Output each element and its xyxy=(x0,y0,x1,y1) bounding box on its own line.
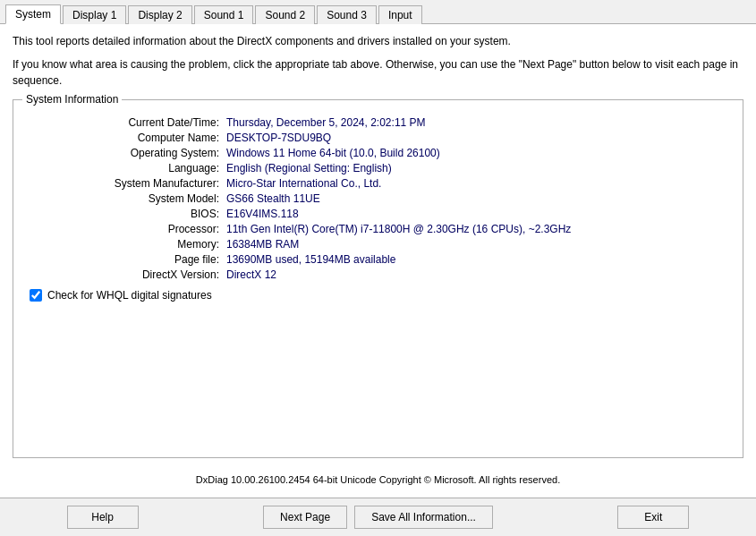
info-value: GS66 Stealth 11UE xyxy=(223,191,730,206)
table-row: Memory:16384MB RAM xyxy=(26,236,730,251)
group-legend: System Information xyxy=(22,93,122,106)
info-label: Processor: xyxy=(26,221,223,236)
table-row: Current Date/Time:Thursday, December 5, … xyxy=(26,115,730,130)
system-info-group: System Information Current Date/Time:Thu… xyxy=(13,99,743,458)
info-table: Current Date/Time:Thursday, December 5, … xyxy=(26,115,730,282)
tab-input[interactable]: Input xyxy=(378,5,422,24)
checkbox-label: Check for WHQL digital signatures xyxy=(47,289,212,302)
info-value: Windows 11 Home 64-bit (10.0, Build 2610… xyxy=(223,145,730,160)
copyright-row: DxDiag 10.00.26100.2454 64-bit Unicode C… xyxy=(13,471,743,489)
info-label: DirectX Version: xyxy=(26,267,223,282)
tab-sound1[interactable]: Sound 1 xyxy=(194,5,254,24)
tab-display2[interactable]: Display 2 xyxy=(128,5,191,24)
table-row: Operating System:Windows 11 Home 64-bit … xyxy=(26,145,730,160)
info-label: Operating System: xyxy=(26,145,223,160)
table-row: DirectX Version:DirectX 12 xyxy=(26,267,730,282)
help-button[interactable]: Help xyxy=(67,506,139,529)
info-label: BIOS: xyxy=(26,206,223,221)
info-value: DirectX 12 xyxy=(223,267,730,282)
main-content: This tool reports detailed information a… xyxy=(0,24,756,498)
tab-system[interactable]: System xyxy=(5,4,61,24)
info-value: 11th Gen Intel(R) Core(TM) i7-11800H @ 2… xyxy=(223,221,730,236)
table-row: Processor:11th Gen Intel(R) Core(TM) i7-… xyxy=(26,221,730,236)
footer-center: Next Page Save All Information... xyxy=(194,506,562,529)
description-text-1: This tool reports detailed information a… xyxy=(13,33,743,49)
save-all-button[interactable]: Save All Information... xyxy=(354,506,493,529)
footer: Help Next Page Save All Information... E… xyxy=(0,498,756,536)
checkbox-row: Check for WHQL digital signatures xyxy=(26,289,730,302)
exit-button[interactable]: Exit xyxy=(617,506,689,529)
info-label: Page file: xyxy=(26,251,223,267)
info-label: Memory: xyxy=(26,236,223,251)
next-page-button[interactable]: Next Page xyxy=(263,506,347,529)
info-value: Micro-Star International Co., Ltd. xyxy=(223,175,730,191)
table-row: BIOS:E16V4IMS.118 xyxy=(26,206,730,221)
info-value: E16V4IMS.118 xyxy=(223,206,730,221)
info-value: DESKTOP-7SDU9BQ xyxy=(223,130,730,145)
tab-bar: SystemDisplay 1Display 2Sound 1Sound 2So… xyxy=(0,0,756,24)
info-label: System Manufacturer: xyxy=(26,175,223,191)
footer-right: Exit xyxy=(562,506,745,529)
info-label: Language: xyxy=(26,160,223,175)
table-row: Computer Name:DESKTOP-7SDU9BQ xyxy=(26,130,730,145)
info-label: Computer Name: xyxy=(26,130,223,145)
info-value: 13690MB used, 15194MB available xyxy=(223,251,730,267)
info-value: English (Regional Setting: English) xyxy=(223,160,730,175)
info-value: 16384MB RAM xyxy=(223,236,730,251)
table-row: Language:English (Regional Setting: Engl… xyxy=(26,160,730,175)
whql-checkbox[interactable] xyxy=(30,289,42,302)
info-label: System Model: xyxy=(26,191,223,206)
tab-sound3[interactable]: Sound 3 xyxy=(317,5,377,24)
description-text-2: If you know what area is causing the pro… xyxy=(13,56,743,89)
table-row: System Model:GS66 Stealth 11UE xyxy=(26,191,730,206)
tab-sound2[interactable]: Sound 2 xyxy=(255,5,315,24)
table-row: System Manufacturer:Micro-Star Internati… xyxy=(26,175,730,191)
tab-display1[interactable]: Display 1 xyxy=(63,5,126,24)
info-value: Thursday, December 5, 2024, 2:02:11 PM xyxy=(223,115,730,130)
table-row: Page file:13690MB used, 15194MB availabl… xyxy=(26,251,730,267)
footer-left: Help xyxy=(11,506,194,529)
info-label: Current Date/Time: xyxy=(26,115,223,130)
